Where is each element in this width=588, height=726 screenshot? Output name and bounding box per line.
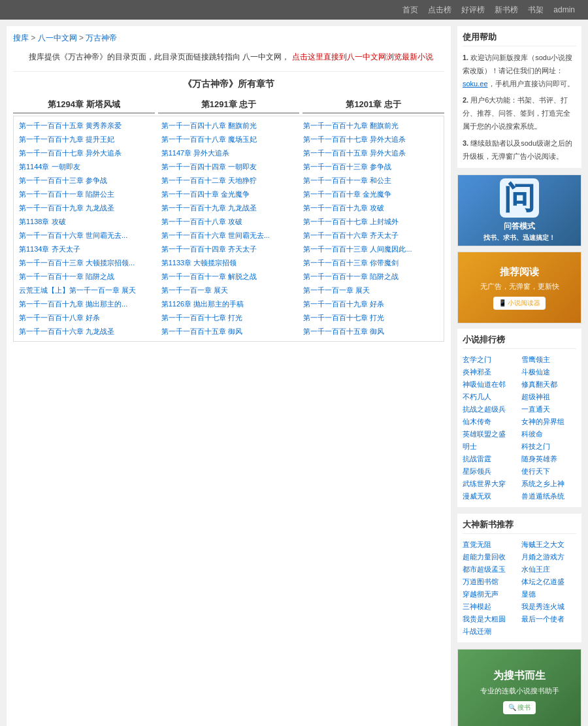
breadcrumb-81zw[interactable]: 八一中文网: [38, 33, 77, 42]
soku-link[interactable]: soku.ee: [463, 80, 488, 88]
nav-home[interactable]: 首页: [402, 5, 418, 16]
list-item: 武练世界大穿: [463, 478, 518, 489]
list-item: 兽道遁纸杀统: [521, 491, 577, 502]
qa-title: 问答模式: [504, 221, 535, 232]
col-header-3: 第1201章 忠于: [302, 97, 444, 114]
col-header-1: 第1294章 斯塔风域: [13, 97, 155, 114]
help-title: 使用帮助: [463, 31, 576, 46]
list-item: 第1134章 齐天太子: [17, 243, 156, 256]
app-banner[interactable]: 为搜书而生 专业的连载小说搜书助手 🔍 搜书: [457, 649, 581, 726]
breadcrumb-soku[interactable]: 搜库: [13, 33, 29, 42]
list-item: 体坛之亿道盛: [521, 576, 577, 587]
recommend-phone-mockup: 📱 小说阅读器: [493, 297, 546, 310]
list-item: 第1138章 攻破: [17, 216, 156, 228]
list-item: 第一千一百百十六章 世间霸无去...: [159, 229, 299, 242]
qa-icon: 问: [500, 178, 539, 218]
list-item: 第一千一百百十六章 世间霸无去...: [17, 229, 156, 242]
nav-ratings[interactable]: 好评榜: [461, 5, 485, 16]
list-item: 科彼命: [521, 429, 577, 440]
list-item: 第一千一百百十五章 御风: [301, 325, 440, 338]
list-item: 第一千一百百十五章 异外大追杀: [301, 147, 440, 159]
list-item: 第一千一百百十五章 黄秀养亲爱: [17, 120, 156, 132]
list-item: 漫威无双: [463, 491, 518, 502]
intro-text-main: 搜库提供《万古神帝》的目录页面，此目录页面链接跳转指向 八一中文网，: [29, 52, 289, 61]
list-item: 第一千一百百十三章 大顿揽宗招领...: [17, 257, 156, 269]
list-item: 科技之门: [521, 441, 577, 452]
list-item: 海贼王之大文: [521, 539, 577, 550]
list-item: 女神的异界组: [521, 416, 577, 427]
list-item: 第一千一百百十三章 参争战: [301, 161, 440, 173]
breadcrumb-novel[interactable]: 万古神帝: [86, 33, 117, 42]
list-item: 第一千一百百十八章 魔场玉妃: [159, 133, 299, 146]
list-item: 第1144章 一朝即友: [17, 161, 156, 173]
list-item: 炎神邪圣: [463, 367, 518, 378]
rankings-grid: 玄学之门 雪鹰领主 炎神邪圣 斗极仙途 神吸仙道在邻 修真翻天都 不朽几人 超级…: [463, 354, 576, 502]
list-item: 云荒王城【上】第一千一百一章 展天: [17, 284, 156, 297]
qa-image-content: 问 问答模式 找书、求书、迅速搞定！: [458, 174, 581, 246]
list-item: 第一千一百百十七章 上封城外: [301, 216, 440, 228]
help-section: 使用帮助 1. 欢迎访问新版搜库（sodu小说搜索改版）！请记住我们的网址：so…: [457, 26, 581, 168]
list-item: 玄学之门: [463, 354, 518, 365]
list-item: 第一千一百四十八章 翻旗前光: [159, 120, 299, 132]
list-item: 第1147章 异外大追杀: [159, 147, 299, 159]
recommend-sub: 无广告，无弹窗，更新快: [480, 282, 559, 291]
nav-new-books[interactable]: 新书榜: [495, 5, 518, 16]
list-item: 星际领兵: [463, 466, 518, 477]
list-item: 月婚之游戏方: [521, 552, 577, 563]
list-item: 第一千一百百十三章 人间魔因此...: [301, 243, 440, 256]
recommend-title: 推荐阅读: [500, 266, 539, 278]
list-item: 第1133章 大顿揽宗招领: [159, 257, 299, 269]
main-container: 搜库 > 八一中文网 > 万古神帝 搜库提供《万古神帝》的目录页面，此目录页面链…: [0, 20, 588, 726]
list-item: 第一千一百百十七章 打光: [301, 312, 440, 324]
list-item: 我是秀连火城: [521, 601, 577, 612]
top-recommendations-section: 大神新书推荐 直觉无阻 海贼王之大文 超能力量回收 月婚之游戏方 都市超级孟玉 …: [457, 514, 581, 642]
list-item: 我贵是大粗圆: [463, 614, 518, 625]
header: 首页 点击榜 好评榜 新书榜 书架 admin: [0, 0, 588, 20]
rankings-section: 小说排行榜 玄学之门 雪鹰领主 炎神邪圣 斗极仙途 神吸仙道在邻 修真翻天都 不…: [457, 329, 581, 507]
list-item: 雪鹰领主: [521, 354, 577, 365]
list-item: 最后一个使者: [521, 614, 577, 625]
list-item: 神吸仙道在邻: [463, 379, 518, 390]
list-item: 第一千一百百十八章 攻破: [159, 216, 299, 228]
list-item: 第一千一百百十七章 打光: [159, 312, 299, 324]
app-image-content: 为搜书而生 专业的连载小说搜书助手 🔍 搜书: [458, 649, 581, 726]
breadcrumb: 搜库 > 八一中文网 > 万古神帝: [13, 33, 444, 44]
list-item: 第一千一百百十九章 九龙战圣: [17, 202, 156, 214]
nav-admin[interactable]: admin: [553, 5, 575, 14]
breadcrumb-sep1: >: [31, 33, 37, 42]
chapter-title: 《万古神帝》所有章节: [13, 78, 444, 90]
list-item: 一直通天: [521, 404, 577, 415]
list-item: 第一千一百百十九章 提升王妃: [17, 133, 156, 146]
list-item: 第一千一百百十七章 异外大追杀: [17, 147, 156, 159]
list-item: 明士: [463, 441, 518, 452]
breadcrumb-sep2: >: [79, 33, 86, 42]
list-item: 第一千一百百十九章 翻旗前光: [301, 120, 440, 132]
nav-bookshelf[interactable]: 书架: [528, 5, 544, 16]
app-search-mockup: 🔍 搜书: [503, 701, 536, 714]
list-item: 第一千一百百十三章 你带魔剑: [301, 257, 440, 269]
list-item: 穿越彻无声: [463, 589, 518, 600]
list-item: 第一千一百百十一章 陷阱之战: [301, 271, 440, 283]
nav-clicks[interactable]: 点击榜: [428, 5, 451, 16]
intro-section: 搜库提供《万古神帝》的目录页面，此目录页面链接跳转指向 八一中文网， 点击这里直…: [13, 50, 444, 72]
list-item: 第一千一百一章 展天: [301, 284, 440, 297]
col-header-2: 第1291章 忠于: [158, 97, 300, 114]
list-item: 第一千一百百十一章 解脱之战: [159, 271, 299, 283]
recommend-banner[interactable]: 推荐阅读 无广告，无弹窗，更新快 📱 小说阅读器: [457, 252, 581, 323]
qa-banner[interactable]: 问 问答模式 找书、求书、迅速搞定！: [457, 174, 581, 246]
qa-subtitle: 找书、求书、迅速搞定！: [483, 233, 555, 242]
intro-link[interactable]: 点击这里直接到八一中文网浏览最新小说: [292, 52, 433, 61]
list-item: 第一千一百一章 展天: [159, 284, 299, 297]
app-banner-title: 为搜书而生: [493, 669, 546, 683]
list-item: 英雄联盟之盛: [463, 429, 518, 440]
list-item: 万道图书馆: [463, 576, 518, 587]
list-item: 第一千一百百十九章 好杀: [301, 298, 440, 310]
list-item: 第一千一百百十一章 陷阱公主: [17, 188, 156, 201]
list-item: 第一千一百百十三章 参争战: [17, 174, 156, 187]
list-item: 第一千一百百十八章 好杀: [17, 312, 156, 324]
list-item: 第一千一百百十九章 九龙战圣: [159, 202, 299, 214]
app-banner-sub: 专业的连载小说搜书助手: [480, 686, 559, 696]
list-item: 第一千一百百十四章 齐天太子: [159, 243, 299, 256]
list-item: 第1126章 抛出那主的手稿: [159, 298, 299, 310]
list-item: 第一千一百百十二章 天地狰狞: [159, 174, 299, 187]
